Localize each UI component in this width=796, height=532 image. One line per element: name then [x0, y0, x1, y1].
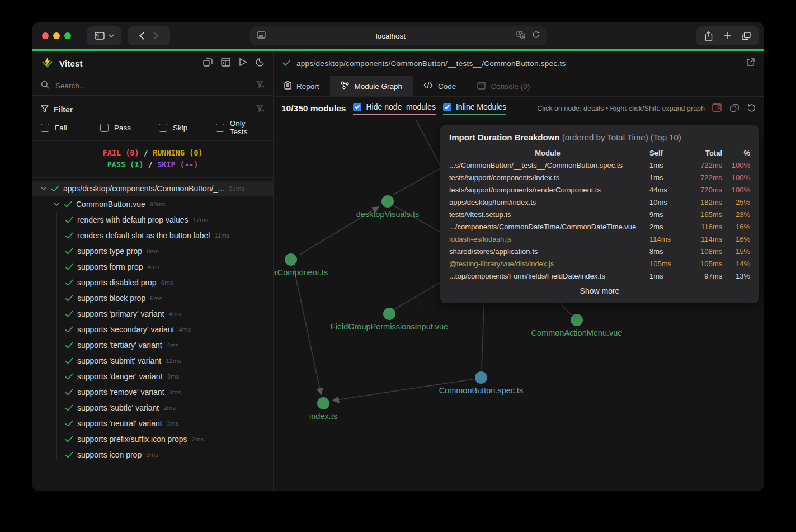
reload-icon[interactable]: [532, 31, 540, 41]
module-graph-canvas[interactable]: desktopVisuals.ts renderComponent.ts Fie…: [274, 120, 764, 491]
dashboard-icon[interactable]: [221, 58, 230, 69]
share-icon[interactable]: [705, 31, 713, 41]
legend-book-icon[interactable]: [712, 103, 722, 114]
test-row[interactable]: supports icon prop3ms: [32, 447, 273, 463]
module-name: tests/support/components/index.ts: [449, 172, 646, 184]
test-row[interactable]: supports form prop4ms: [32, 259, 273, 275]
pass-check-icon: [65, 373, 73, 380]
pass-check-icon: [65, 248, 73, 255]
graph-node[interactable]: renderComponent.ts: [285, 253, 297, 266]
test-row[interactable]: supports 'secondary' variant4ms: [32, 322, 273, 337]
test-row[interactable]: renders with default prop values17ms: [32, 212, 273, 228]
import-duration-panel: Import Duration Breakdown (ordered by To…: [440, 125, 759, 303]
test-row[interactable]: supports 'subtle' variant2ms: [32, 400, 273, 416]
module-node-dot[interactable]: [381, 195, 394, 208]
suite-row[interactable]: apps/desktop/components/CommonButton/_..…: [32, 181, 273, 196]
hide-node-modules-checkbox[interactable]: Hide node_modules: [353, 102, 436, 115]
test-duration: 91ms: [229, 185, 244, 192]
test-duration: 6ms: [150, 295, 162, 302]
module-node-dot[interactable]: [285, 253, 297, 266]
test-row[interactable]: supports 'neutral' variant3ms: [32, 416, 273, 431]
self-time: 114ms: [646, 233, 681, 246]
reset-graph-icon[interactable]: [747, 103, 756, 114]
module-node-dot[interactable]: [317, 397, 329, 409]
module-node-dot[interactable]: [383, 308, 395, 320]
tab-console[interactable]: Console (0): [467, 76, 540, 96]
test-duration: 2ms: [163, 404, 176, 411]
filter-checkbox-pass[interactable]: Pass: [100, 124, 159, 132]
new-tab-icon[interactable]: [723, 32, 731, 40]
close-window-button[interactable]: [42, 32, 49, 39]
pass-check-icon: [65, 326, 73, 333]
graph-node[interactable]: index.ts: [317, 397, 329, 409]
self-time: 10ms: [646, 196, 681, 209]
search-row: Search...: [32, 76, 273, 96]
dark-mode-icon[interactable]: [256, 58, 265, 69]
tab-module-graph[interactable]: Module Graph: [330, 76, 413, 96]
collapse-all-icon[interactable]: [203, 58, 213, 69]
pass-count: PASS (1): [107, 160, 144, 169]
test-row[interactable]: supports 'remove' variant3ms: [32, 384, 273, 400]
clear-search-filter-icon[interactable]: [256, 81, 265, 91]
test-row[interactable]: supports 'tertiary' variant4ms: [32, 337, 273, 353]
test-status-summary: FAIL (0) / RUNNING (0) PASS (1) / SKIP (…: [32, 140, 273, 177]
tab-overview-icon[interactable]: [742, 32, 751, 40]
filter-checkbox-skip[interactable]: Skip: [159, 124, 216, 132]
suite-row[interactable]: CommonButton.vue90ms: [32, 196, 273, 212]
module-node-label: index.ts: [309, 412, 337, 421]
test-label: renders default slot as the button label: [77, 231, 210, 240]
test-row[interactable]: supports block prop6ms: [32, 290, 273, 306]
open-in-editor-icon[interactable]: [746, 58, 755, 69]
app-title: Vitest: [59, 59, 83, 68]
column-header-self: Self: [646, 147, 681, 159]
tab-report[interactable]: Report: [274, 76, 330, 96]
graph-node[interactable]: CommonButton.spec.ts: [475, 371, 487, 384]
checkbox-unchecked: [41, 124, 49, 132]
search-input[interactable]: Search...: [55, 82, 256, 90]
total-time: 114ms: [681, 233, 722, 246]
column-header-total: Total: [681, 147, 722, 159]
total-time: 182ms: [681, 196, 722, 209]
test-label: supports 'neutral' variant: [77, 419, 162, 428]
tab-code[interactable]: Code: [413, 76, 467, 96]
test-label: supports 'primary' variant: [77, 309, 164, 318]
test-row[interactable]: supports prefix/suffix icon props2ms: [32, 431, 273, 447]
test-row[interactable]: supports type prop6ms: [32, 243, 273, 259]
total-time: 722ms: [681, 159, 722, 172]
test-duration: 90ms: [150, 201, 166, 208]
sidebar-toggle-icon: [95, 32, 105, 40]
test-row[interactable]: supports 'danger' variant3ms: [32, 369, 273, 384]
pass-check-icon: [65, 279, 73, 286]
test-row[interactable]: renders default slot as the button label…: [32, 228, 273, 243]
graph-node[interactable]: CommonActionMenu.vue: [571, 314, 583, 326]
back-button[interactable]: [139, 32, 144, 40]
show-more-button[interactable]: Show more: [449, 286, 750, 295]
test-duration: 17ms: [192, 216, 208, 223]
inline-modules-checkbox[interactable]: Inline Modules: [443, 102, 506, 115]
chevron-down-icon[interactable]: [52, 203, 61, 206]
module-node-dot[interactable]: [571, 314, 583, 326]
skip-count: SKIP (--): [157, 160, 198, 169]
translate-icon[interactable]: A a: [516, 31, 525, 41]
graph-node[interactable]: desktopVisuals.ts: [381, 195, 394, 208]
graph-node[interactable]: FieldGroupPermissionsInput.vue: [383, 308, 395, 320]
run-all-tests-icon[interactable]: [239, 58, 247, 69]
reader-mode-icon[interactable]: [257, 31, 266, 41]
test-row[interactable]: supports disabled prop6ms: [32, 275, 273, 290]
copy-graph-icon[interactable]: [730, 103, 739, 114]
module-node-dot[interactable]: [475, 371, 487, 384]
test-row[interactable]: supports 'primary' variant4ms: [32, 306, 273, 322]
browser-sidebar-toggle[interactable]: [87, 26, 121, 45]
test-label: supports block prop: [77, 294, 145, 303]
minimize-window-button[interactable]: [53, 32, 60, 39]
browser-action-buttons: [696, 26, 759, 45]
address-bar[interactable]: localhost A a: [250, 26, 547, 45]
forward-button[interactable]: [153, 32, 158, 40]
sidebar-header: Vitest: [32, 51, 273, 76]
zoom-window-button[interactable]: [64, 32, 71, 39]
filter-checkbox-only-tests[interactable]: Only Tests: [216, 119, 265, 136]
clear-filters-icon[interactable]: [256, 105, 265, 115]
filter-checkbox-fail[interactable]: Fail: [41, 124, 100, 132]
test-row[interactable]: supports 'submit' variant12ms: [32, 353, 273, 369]
chevron-down-icon[interactable]: [39, 187, 48, 190]
